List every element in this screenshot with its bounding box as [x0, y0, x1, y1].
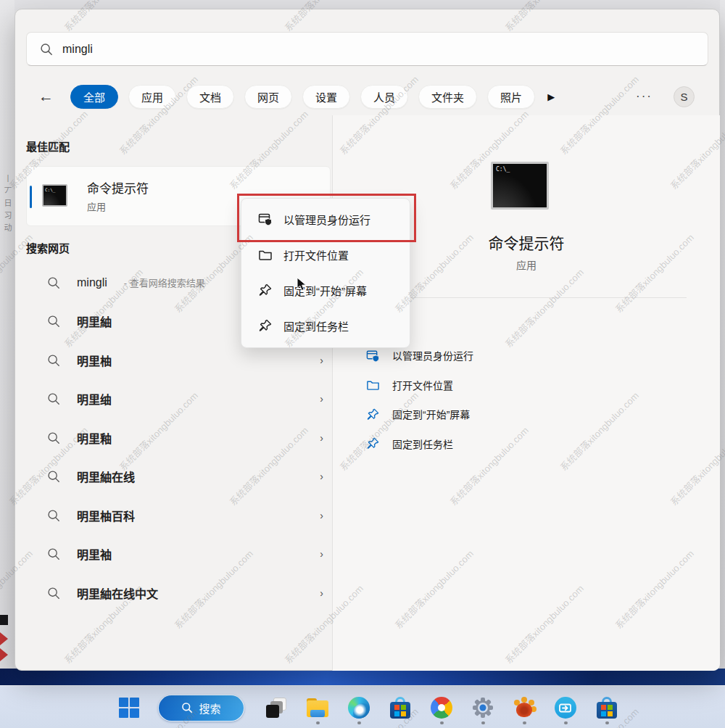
context-menu: 以管理员身份运行 打开文件位置 固定到“开始”屏幕 固定到任务栏 — [241, 198, 410, 348]
search-icon — [47, 587, 60, 600]
chevron-right-icon[interactable]: › — [320, 355, 323, 366]
search-input[interactable]: mingli — [26, 32, 708, 66]
search-icon — [47, 315, 60, 328]
suggestion-text: 明里䌷 — [77, 390, 112, 408]
tab-folders[interactable]: 文件夹 — [418, 85, 477, 109]
more-options-icon[interactable]: ··· — [636, 89, 652, 104]
desktop-text-fragment: 丨丆日习动 — [1, 174, 13, 236]
run-as-admin-icon — [258, 212, 273, 226]
menu-item-label: 以管理员身份运行 — [283, 212, 370, 227]
chevron-right-icon[interactable]: › — [320, 471, 323, 482]
cmd-app-icon-large: C:\_ — [491, 162, 549, 210]
search-icon — [47, 547, 60, 561]
web-search-row[interactable]: 明里釉 › — [26, 418, 331, 458]
action-open-file-location[interactable]: 打开文件位置 — [333, 371, 720, 400]
chevron-right-icon[interactable]: › — [320, 510, 323, 521]
paw-app-button[interactable] — [513, 694, 536, 721]
avatar-initial: S — [680, 91, 687, 103]
chevron-right-icon[interactable]: › — [320, 432, 323, 444]
search-flyout-panel: mingli ← 全部 应用 文档 网页 设置 人员 文件夹 照片 ▶ ··· … — [14, 9, 720, 671]
back-arrow-icon[interactable]: ← — [38, 88, 54, 105]
desktop-edge-right — [720, 0, 725, 671]
best-match-app-name: 命令提示符 — [87, 178, 149, 197]
search-icon — [47, 276, 60, 289]
suggestion-text: 明里袖 — [77, 545, 112, 563]
suggestion-text: mingli — [77, 276, 107, 289]
best-match-heading: 最佳匹配 — [26, 138, 70, 154]
web-search-row[interactable]: 明里紬在线 › — [26, 458, 331, 497]
web-search-row[interactable]: 明里䌷 › — [26, 380, 331, 419]
search-icon — [40, 43, 53, 56]
avatar[interactable]: S — [674, 86, 695, 107]
suggestion-text: 明里釉 — [77, 429, 112, 447]
chevron-right-icon[interactable]: › — [320, 393, 323, 405]
microsoft-store-button[interactable] — [389, 694, 412, 721]
file-explorer-button[interactable] — [306, 694, 329, 721]
desktop-icon-fragment — [0, 615, 8, 625]
settings-button[interactable] — [471, 694, 494, 721]
pin-icon — [258, 283, 273, 297]
search-query-text: mingli — [62, 43, 93, 56]
chevron-right-icon[interactable]: › — [320, 548, 323, 560]
start-button[interactable] — [119, 698, 139, 718]
task-view-icon — [266, 698, 286, 718]
web-search-row[interactable]: 明里袖 › — [26, 535, 331, 574]
web-search-row[interactable]: 明里紬在线中文 › — [26, 574, 331, 613]
edge-browser-button[interactable] — [347, 694, 370, 721]
action-pin-to-start[interactable]: 固定到“开始”屏幕 — [333, 400, 720, 429]
suggestion-text: 明里紬在线 — [77, 468, 135, 485]
action-label: 固定到任务栏 — [392, 437, 453, 451]
suggestion-text: 明里紬在线中文 — [77, 584, 158, 602]
pin-icon — [366, 437, 380, 450]
pin-icon — [366, 408, 380, 421]
menu-item-run-as-admin[interactable]: 以管理员身份运行 — [245, 203, 406, 235]
action-label: 以管理员身份运行 — [392, 348, 473, 363]
menu-item-pin-to-taskbar[interactable]: 固定到任务栏 — [245, 310, 406, 342]
menu-item-open-file-location[interactable]: 打开文件位置 — [245, 239, 406, 270]
taskbar-search-button[interactable]: 搜索 — [158, 695, 244, 721]
preview-actions: 以管理员身份运行 打开文件位置 固定到“开始”屏幕 固定到任务栏 — [333, 341, 720, 458]
chevron-right-icon[interactable]: › — [320, 587, 323, 599]
file-explorer-icon — [307, 698, 328, 717]
tab-documents[interactable]: 文档 — [186, 85, 234, 109]
action-label: 固定到“开始”屏幕 — [392, 407, 470, 421]
tab-people[interactable]: 人员 — [360, 85, 408, 109]
tab-apps[interactable]: 应用 — [128, 85, 176, 109]
pin-icon — [258, 318, 273, 333]
suggestion-text: 明里柚 — [77, 352, 112, 369]
folder-icon — [366, 378, 380, 392]
task-view-button[interactable] — [265, 694, 288, 721]
search-icon — [47, 354, 60, 367]
file-sync-app-button[interactable] — [554, 694, 577, 721]
taskbar: 搜索 — [0, 685, 725, 728]
search-icon — [47, 470, 60, 483]
action-pin-to-taskbar[interactable]: 固定到任务栏 — [333, 429, 720, 459]
folder-icon — [258, 247, 273, 262]
cmd-app-icon: C:\_ — [42, 184, 67, 207]
suggestion-text: 明里柚百科 — [77, 507, 135, 524]
microsoft-store-icon — [390, 697, 410, 719]
tab-web[interactable]: 网页 — [244, 85, 292, 109]
menu-item-pin-to-start[interactable]: 固定到“开始”屏幕 — [245, 274, 406, 306]
menu-item-label: 打开文件位置 — [283, 247, 349, 262]
best-match-app-type: 应用 — [87, 199, 106, 213]
desktop-wallpaper-strip — [0, 669, 725, 687]
menu-item-label: 固定到“开始”屏幕 — [283, 283, 367, 298]
tab-photos[interactable]: 照片 — [487, 85, 535, 109]
menu-item-label: 固定到任务栏 — [283, 318, 349, 334]
edge-icon — [348, 697, 370, 719]
pinwheel-browser-button[interactable] — [430, 694, 453, 721]
desktop-edge-left: 丨丆日习动 — [0, 0, 14, 671]
tab-all[interactable]: 全部 — [70, 85, 118, 109]
search-icon — [181, 702, 193, 713]
suggestion-suffix: - 查看网络搜索结果 — [124, 276, 205, 289]
gear-icon — [471, 696, 494, 719]
taskbar-search-label: 搜索 — [199, 700, 220, 716]
tab-settings[interactable]: 设置 — [302, 85, 350, 109]
suggestion-text: 明里紬 — [77, 313, 112, 330]
ms-store-alt-button[interactable] — [595, 694, 618, 721]
action-label: 打开文件位置 — [392, 378, 453, 392]
search-icon — [47, 509, 60, 522]
tabs-overflow-icon[interactable]: ▶ — [547, 91, 555, 102]
web-search-row[interactable]: 明里柚百科 › — [26, 496, 331, 535]
